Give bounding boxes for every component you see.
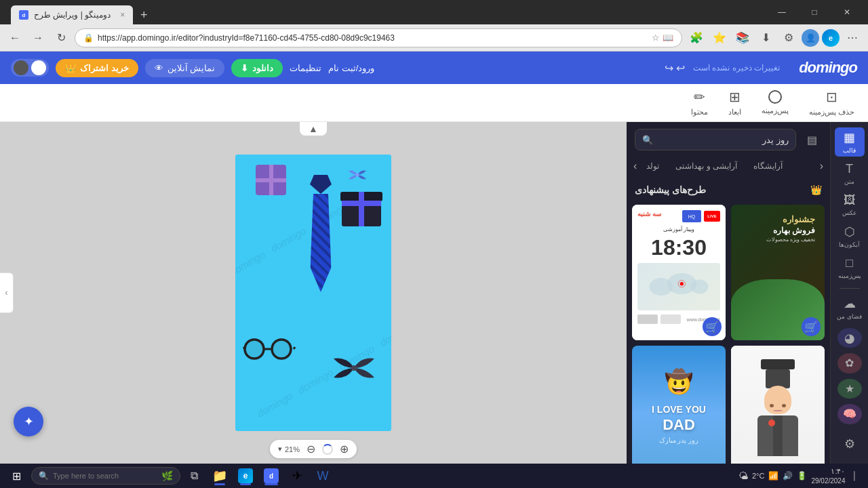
taskbar-app-active[interactable]: d bbox=[259, 465, 283, 487]
taskbar-explorer[interactable]: 📁 bbox=[208, 465, 232, 487]
nav-bar: ← → ↻ 🔒 https://app.domingo.ir/editor?in… bbox=[0, 24, 868, 52]
sidebar-circles-button[interactable]: ◕ bbox=[837, 328, 862, 348]
download-button[interactable]: ⬇ دانلود bbox=[231, 59, 283, 77]
url-text: https://app.domingo.ir/editor?industryId… bbox=[98, 33, 648, 43]
sidebar-image-button[interactable]: 🖼 عکس bbox=[835, 190, 865, 220]
filter-button[interactable]: ▤ bbox=[802, 129, 822, 150]
tab-close-btn[interactable]: × bbox=[120, 10, 125, 20]
magic-wand-button[interactable]: ✦ bbox=[14, 407, 43, 436]
sidebar-text-button[interactable]: T متن bbox=[835, 159, 865, 188]
close-window-button[interactable]: ✕ bbox=[831, 3, 863, 22]
sidebar-gear-button[interactable]: ⚙ bbox=[835, 430, 865, 459]
taskbar-search-input[interactable] bbox=[53, 472, 148, 480]
settings-button[interactable]: تنظیمات bbox=[290, 63, 321, 73]
toolbar-bg[interactable]: پس‌زمینه bbox=[762, 90, 789, 115]
minimize-button[interactable]: — bbox=[766, 3, 797, 22]
taskbar-edge[interactable]: e bbox=[233, 465, 258, 487]
sidebar-icons-button[interactable]: ⬡ آیکون‌ها bbox=[835, 222, 865, 251]
browser-chrome: d دومینگو | ویرایش طرح × + — □ ✕ bbox=[0, 0, 868, 24]
panel-search-header: ▤ 🔍 bbox=[627, 122, 830, 157]
app-header: domingo تغییرات ذخیره نشده است ↩ ↪ 👑 خری… bbox=[0, 52, 868, 84]
gift-decoration bbox=[256, 165, 286, 195]
template-search-box[interactable]: 🔍 bbox=[635, 129, 796, 150]
bg-label: پس‌زمینه bbox=[762, 106, 789, 115]
favorites-icon[interactable]: ☆ bbox=[652, 33, 660, 43]
mic-icon: 🌿 bbox=[161, 470, 173, 481]
taskbar-telegram[interactable]: ✈ bbox=[285, 465, 309, 487]
extensions-icon[interactable]: 🧩 bbox=[686, 28, 707, 48]
profile-avatar[interactable]: 👤 bbox=[802, 29, 819, 47]
gear-icon: ⚙ bbox=[844, 436, 855, 451]
category-tab-cosmetics[interactable]: آرایشی و بهداشتی bbox=[669, 157, 744, 175]
show-desktop-icon[interactable]: │ bbox=[850, 471, 861, 481]
login-button[interactable]: ورود/ثبت نام bbox=[328, 63, 374, 73]
redo-button[interactable]: ↪ bbox=[665, 62, 673, 75]
refresh-button[interactable]: ↻ bbox=[52, 28, 71, 47]
start-button[interactable]: ⊞ bbox=[3, 465, 30, 487]
window-controls: — □ ✕ bbox=[766, 3, 863, 22]
windows-icon: ⊞ bbox=[12, 470, 21, 483]
maximize-button[interactable]: □ bbox=[799, 3, 830, 22]
canvas-area: ‹ ▲ domingodomingo domingodomingo doming… bbox=[0, 122, 627, 464]
task-view-button[interactable]: ⧉ bbox=[182, 465, 206, 487]
template-card-love[interactable]: 🤠 I LOVE YOU DAD روز پدر مبارک bbox=[632, 346, 726, 464]
template-card-event[interactable]: LIVE HQ سه شنبه وبینار آموزشی 18:30 bbox=[632, 205, 726, 340]
new-tab-button[interactable]: + bbox=[134, 5, 153, 24]
toolbar-delete-bg[interactable]: ⊡ حذف پس‌زمینه bbox=[809, 89, 854, 117]
main-content: ‹ ▲ domingodomingo domingodomingo doming… bbox=[0, 122, 868, 464]
download-icon: ⬇ bbox=[241, 63, 248, 73]
taskbar-search[interactable]: 🔍 🌿 bbox=[31, 467, 180, 485]
back-button[interactable]: ← bbox=[5, 28, 24, 47]
favorites-btn[interactable]: ⭐ bbox=[709, 28, 730, 48]
sidebar-bg-button[interactable]: □ پس‌زمینه bbox=[835, 253, 865, 283]
taskbar-word[interactable]: W bbox=[311, 465, 335, 487]
category-tab-gallery[interactable]: آرایشگاه bbox=[747, 157, 789, 175]
collections-btn[interactable]: 📚 bbox=[732, 28, 753, 48]
template-card-person[interactable]: 🌸🌺 💐 bbox=[731, 346, 825, 464]
canvas-collapse-arrow[interactable]: ▲ bbox=[300, 122, 327, 136]
icon-separator bbox=[840, 288, 860, 289]
theme-toggle[interactable] bbox=[11, 59, 49, 77]
crown-icon: 👑 bbox=[810, 184, 822, 195]
edge-icon: e bbox=[822, 29, 840, 47]
dark-toggle bbox=[14, 60, 28, 75]
category-tab-birthday[interactable]: تولد bbox=[639, 157, 666, 175]
taskbar-system-tray: 🌤 2°C 📶 🔊 🔋 ۱:۴۰ 29/02/2024 │ bbox=[733, 466, 865, 485]
subscribe-button[interactable]: 👑 خرید اشتراک bbox=[56, 59, 138, 77]
toolbar-content[interactable]: ✏ محتوا bbox=[691, 89, 708, 117]
undo-button[interactable]: ↩ bbox=[676, 62, 685, 75]
tab-bar: d دومینگو | ویرایش طرح × + bbox=[11, 0, 383, 24]
sidebar-flower-button[interactable]: ✿ bbox=[837, 353, 862, 373]
toolbar: ⊡ حذف پس‌زمینه پس‌زمینه ⊞ ابعاد ✏ محتوا bbox=[0, 84, 868, 122]
browser-menu-btn[interactable]: ⋯ bbox=[842, 28, 863, 48]
sidebar-star-button[interactable]: ★ bbox=[837, 379, 862, 399]
template-search-input[interactable] bbox=[657, 135, 789, 145]
sidebar-templates-button[interactable]: ▦ قالب bbox=[835, 127, 865, 157]
template-card-cosmetics[interactable]: جشنواره فروش بهاره تخفیف ویژه محصولات bbox=[731, 205, 825, 340]
zoom-in-icon: ⊕ bbox=[340, 443, 349, 455]
forward-button[interactable]: → bbox=[28, 28, 47, 47]
address-bar[interactable]: 🔒 https://app.domingo.ir/editor?industry… bbox=[75, 28, 682, 47]
template-add-button-2[interactable]: 🛒 bbox=[802, 317, 821, 336]
left-collapse-button[interactable]: ‹ bbox=[0, 272, 14, 313]
weather-icon: 🌤 bbox=[738, 470, 748, 481]
zoom-out-button[interactable]: ⊖ bbox=[307, 443, 315, 455]
taskbar-time[interactable]: ۱:۴۰ 29/02/2024 bbox=[811, 466, 845, 485]
svg-point-10 bbox=[680, 282, 684, 285]
svg-line-4 bbox=[294, 347, 295, 349]
toolbar-dimensions[interactable]: ⊞ ابعاد bbox=[728, 89, 741, 117]
sidebar-myspace-button[interactable]: ☁ فضای من bbox=[835, 293, 865, 323]
template-add-button-1[interactable]: 🛒 bbox=[703, 317, 722, 336]
svg-line-3 bbox=[243, 347, 245, 349]
zoom-in-button[interactable]: ⊕ bbox=[340, 443, 349, 455]
unsaved-text: تغییرات ذخیره نشده است bbox=[693, 63, 780, 73]
text-icon: T bbox=[846, 162, 853, 176]
download-browser-btn[interactable]: ⬇ bbox=[755, 28, 776, 48]
category-prev-button[interactable]: ‹ bbox=[820, 160, 823, 172]
category-next-button[interactable]: › bbox=[633, 160, 637, 172]
reader-icon[interactable]: 📖 bbox=[663, 33, 673, 43]
settings-icon[interactable]: ⚙ bbox=[778, 28, 799, 48]
preview-button[interactable]: 👁 نمایش آنلاین bbox=[145, 59, 225, 77]
canvas-design[interactable]: domingodomingo domingodomingo domingodom… bbox=[235, 155, 391, 431]
sidebar-brain-button[interactable]: 🧠 bbox=[837, 404, 862, 424]
